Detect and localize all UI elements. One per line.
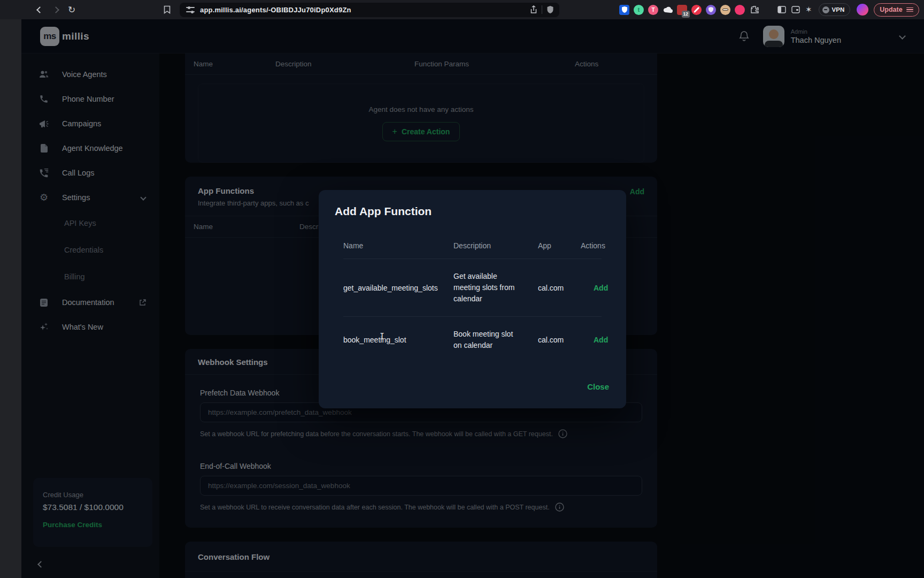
pink-dot-extension-icon[interactable] <box>735 5 745 15</box>
function-description: Book meeting slot on calendar <box>453 329 538 351</box>
add-app-function-modal: Add App Function Name Description App Ac… <box>319 190 626 408</box>
column-header: Name <box>343 241 453 250</box>
extension-badge: 12 <box>682 11 690 17</box>
site-settings-icon[interactable] <box>186 6 195 13</box>
modal-title: Add App Function <box>335 205 610 218</box>
adblock-extension-icon[interactable] <box>691 5 702 15</box>
modal-function-table: Name Description App Actions get_availab… <box>335 241 610 363</box>
column-header: Description <box>453 241 538 250</box>
password-manager-extension-icon[interactable] <box>619 5 629 15</box>
modal-table-header: Name Description App Actions <box>343 241 602 259</box>
function-name: book_meeting_slot <box>343 336 453 344</box>
update-label: Update <box>880 6 902 13</box>
bookmark-icon[interactable] <box>160 5 173 14</box>
text-cursor: I <box>380 332 384 341</box>
purple-shield-extension-icon[interactable] <box>706 5 716 15</box>
function-app: cal.com <box>538 284 581 292</box>
browser-reload-button[interactable]: ↻ <box>65 3 78 16</box>
function-app: cal.com <box>538 336 581 344</box>
function-description: Get available meeting slots from calenda… <box>453 271 538 305</box>
green-extension-icon[interactable]: t <box>634 5 644 15</box>
menu-icon[interactable] <box>906 7 913 12</box>
share-icon[interactable] <box>530 5 537 14</box>
browser-profile-avatar[interactable] <box>857 4 868 16</box>
badge-extension-icon[interactable]: 12 <box>677 5 687 15</box>
close-button[interactable]: Close <box>587 382 609 391</box>
vpn-button[interactable]: VPN <box>819 3 851 16</box>
leo-ai-sparkle-icon[interactable]: ✶ <box>805 5 812 14</box>
wallet-icon[interactable] <box>791 6 800 13</box>
column-header: App <box>538 241 581 250</box>
url-text: app.millis.ai/agents/-OBIBDJJu70iDp0Xd9Z… <box>200 6 351 14</box>
brave-shield-icon[interactable] <box>546 5 554 14</box>
divider <box>542 5 542 14</box>
column-header: Actions <box>581 241 605 250</box>
extensions-row: t T 12 <box>619 5 759 15</box>
vpn-label: VPN <box>832 6 845 13</box>
add-function-button[interactable]: Add <box>581 284 608 292</box>
function-name: get_available_meeting_slots <box>343 284 453 292</box>
desktop-gutter <box>0 19 21 578</box>
sidebar-toggle-icon[interactable] <box>777 6 786 13</box>
pink-t-extension-icon[interactable]: T <box>648 5 658 15</box>
avatar-extension-icon[interactable] <box>720 5 730 15</box>
extensions-menu-icon[interactable] <box>749 5 759 15</box>
url-bar[interactable]: app.millis.ai/agents/-OBIBDJJu70iDp0Xd9Z… <box>180 3 559 17</box>
update-button[interactable]: Update <box>874 3 919 17</box>
table-row: get_available_meeting_slots Get availabl… <box>343 259 602 317</box>
add-function-button[interactable]: Add <box>581 336 608 344</box>
cloud-extension-icon[interactable] <box>663 5 673 15</box>
browser-forward-button[interactable] <box>49 3 62 16</box>
vpn-status-icon <box>822 6 829 13</box>
browser-back-button[interactable] <box>33 3 46 16</box>
browser-toolbar: ↻ app.millis.ai/agents/-OBIBDJJu70iDp0Xd… <box>0 0 924 19</box>
